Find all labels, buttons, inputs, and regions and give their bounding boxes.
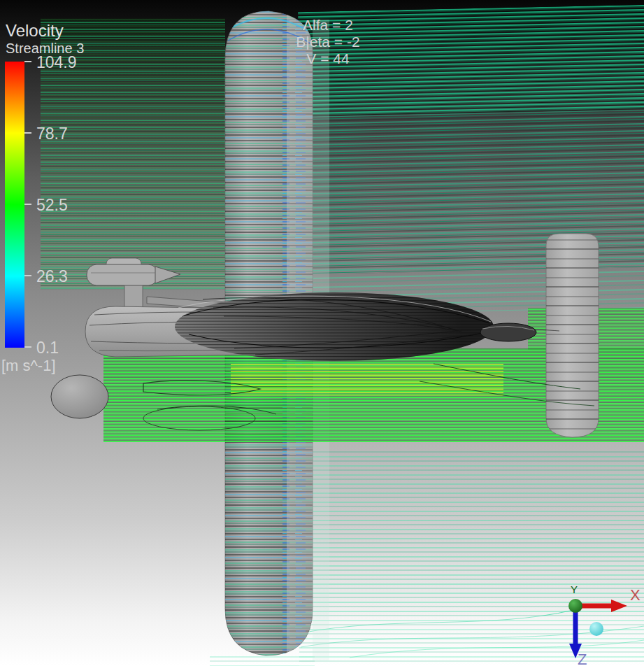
colorbar-label: 52.5 — [36, 196, 99, 215]
colorbar-unit: [m s^-1] — [1, 357, 56, 375]
annotation-alfa: Alfa = 2 — [265, 17, 391, 34]
streamline-scene — [0, 0, 644, 666]
y-axis-label: Y — [571, 583, 578, 595]
colorbar-tick — [24, 61, 31, 62]
y-axis-sphere — [568, 599, 582, 613]
colorbar-label: 26.3 — [36, 267, 99, 286]
reference-marker-sphere — [589, 622, 603, 636]
legend-title: Velocity — [6, 21, 64, 41]
axis-triad[interactable]: Y X Z — [538, 579, 644, 666]
colorbar-label-max: 104.9 — [36, 53, 99, 72]
colorbar-tick — [24, 132, 31, 134]
annotation-velocity: V = 44 — [265, 50, 391, 67]
elevator-tip — [480, 323, 536, 341]
colorbar-label-min: 0.1 — [36, 339, 99, 357]
x-axis-arrowhead — [611, 600, 627, 612]
colorbar-tick — [24, 275, 31, 276]
colorbar-label: 78.7 — [36, 125, 99, 143]
canopy-streamline-bundle — [175, 292, 494, 361]
cfd-viewport[interactable]: Velocity Streamline 3 104.9 78.7 52.5 26… — [0, 0, 644, 666]
z-axis-label: Z — [578, 651, 587, 666]
x-axis-label: X — [630, 586, 641, 604]
colorbar — [5, 62, 24, 348]
case-annotation: Alfa = 2 B|eta = -2 V = 44 — [265, 17, 391, 67]
colorbar-tick — [24, 204, 31, 205]
annotation-beta: B|eta = -2 — [265, 34, 391, 50]
colorbar-tick — [24, 346, 31, 348]
tail-surface — [546, 234, 599, 437]
